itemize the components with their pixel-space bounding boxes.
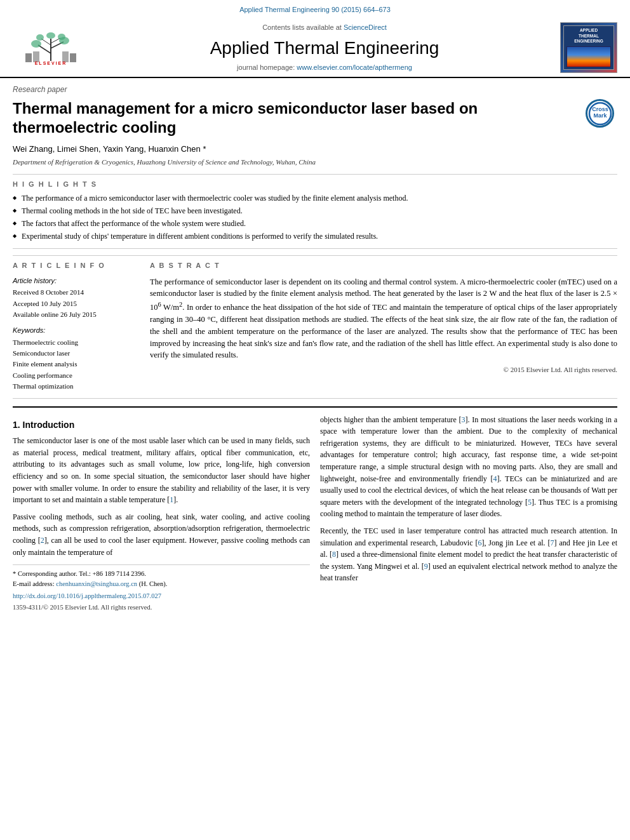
abstract-text: The performance of semiconductor laser i… bbox=[150, 276, 617, 361]
body-divider bbox=[13, 406, 617, 408]
keyword-4: Cooling performance bbox=[13, 371, 140, 380]
email-note: E-mail address: chenhuanxin@tsinghua.org… bbox=[13, 579, 310, 589]
svg-point-6 bbox=[31, 40, 41, 48]
keyword-2: Semiconductor laser bbox=[13, 349, 140, 358]
body-para-2: Passive cooling methods, such as air coo… bbox=[13, 511, 310, 558]
doi-line: http://dx.doi.org/10.1016/j.applthermale… bbox=[13, 592, 310, 601]
ref-5[interactable]: 5 bbox=[528, 498, 532, 507]
journal-title: Applied Thermal Engineering bbox=[89, 36, 560, 60]
journal-homepage: journal homepage: www.elsevier.com/locat… bbox=[89, 63, 560, 72]
body-para-4: Recently, the TEC used in laser temperat… bbox=[320, 525, 617, 584]
paper-title: Thermal management for a micro semicondu… bbox=[13, 99, 579, 137]
highlights-title: H I G H L I G H T S bbox=[13, 180, 617, 189]
authors-line: Wei Zhang, Limei Shen, Yaxin Yang, Huanx… bbox=[13, 143, 617, 155]
email-link[interactable]: chenhuanxin@tsinghua.org.cn bbox=[56, 580, 137, 587]
abstract-column: A B S T R A C T The performance of semic… bbox=[150, 261, 617, 392]
journal-top-bar: Applied Thermal Engineering 90 (2015) 66… bbox=[13, 5, 617, 15]
svg-point-10 bbox=[46, 32, 55, 39]
abstract-label: A B S T R A C T bbox=[150, 261, 617, 270]
journal-citation: Applied Thermal Engineering 90 (2015) 66… bbox=[239, 6, 391, 13]
keyword-3: Finite element analysis bbox=[13, 359, 140, 369]
svg-text:Cross: Cross bbox=[592, 106, 608, 112]
svg-text:ELSEVIER: ELSEVIER bbox=[35, 61, 67, 65]
copyright-notice: © 2015 Elsevier Ltd. All rights reserved… bbox=[150, 365, 617, 375]
homepage-link[interactable]: www.elsevier.com/locate/apthermeng bbox=[297, 63, 412, 71]
ref-7[interactable]: 7 bbox=[551, 538, 554, 547]
footnote-section: * Corresponding author. Tel.: +86 189 71… bbox=[13, 564, 310, 613]
affiliation-line: Department of Refrigeration & Cryogenics… bbox=[13, 157, 617, 167]
crossmark-svg: Cross Mark bbox=[588, 102, 612, 126]
article-info-column: A R T I C L E I N F O Article history: R… bbox=[13, 261, 140, 392]
cover-image: APPLIEDTHERMALENGINEERING bbox=[563, 25, 614, 70]
ref-4[interactable]: 4 bbox=[493, 474, 497, 483]
ref-6[interactable]: 6 bbox=[478, 538, 481, 547]
contents-line: Contents lists available at ScienceDirec… bbox=[89, 23, 560, 32]
ref-8[interactable]: 8 bbox=[332, 550, 336, 559]
paper-type-label: Research paper bbox=[13, 84, 617, 95]
available-date: Available online 26 July 2015 bbox=[13, 310, 140, 319]
body-para-3: objects higher than the ambient temperat… bbox=[320, 414, 617, 520]
body-para-1: The semiconductor laser is one of the mo… bbox=[13, 435, 310, 506]
publisher-logo: ELSEVIER bbox=[13, 29, 89, 66]
article-info-abstract: A R T I C L E I N F O Article history: R… bbox=[13, 255, 617, 398]
svg-rect-14 bbox=[70, 53, 76, 62]
highlight-item-3: The factors that affect the performance … bbox=[13, 218, 617, 229]
doi-link[interactable]: http://dx.doi.org/10.1016/j.applthermale… bbox=[13, 592, 161, 599]
elsevier-logo-svg: ELSEVIER bbox=[19, 29, 83, 66]
keywords-section: Keywords: Thermoelectric cooling Semicon… bbox=[13, 326, 140, 391]
svg-point-9 bbox=[58, 34, 65, 40]
cover-title: APPLIEDTHERMALENGINEERING bbox=[574, 28, 603, 44]
keyword-1: Thermoelectric cooling bbox=[13, 338, 140, 347]
ref-9[interactable]: 9 bbox=[424, 562, 428, 571]
highlight-item-2: Thermal cooling methods in the hot side … bbox=[13, 206, 617, 217]
keyword-5: Thermal optimization bbox=[13, 382, 140, 391]
highlights-section: H I G H L I G H T S The performance of a… bbox=[13, 174, 617, 250]
highlight-item-4: Experimental study of chips' temperature… bbox=[13, 231, 617, 242]
journal-header: Applied Thermal Engineering 90 (2015) 66… bbox=[0, 0, 630, 78]
journal-cover: APPLIEDTHERMALENGINEERING bbox=[560, 22, 617, 73]
paper-body: Research paper Thermal management for a … bbox=[0, 78, 630, 625]
article-history-label: Article history: bbox=[13, 276, 140, 286]
ref-1[interactable]: 1 bbox=[170, 495, 173, 504]
issn-copyright: 1359-4311/© 2015 Elsevier Ltd. All right… bbox=[13, 603, 310, 613]
ref-3[interactable]: 3 bbox=[462, 415, 466, 424]
paper-title-section: Thermal management for a micro semicondu… bbox=[13, 99, 617, 137]
svg-rect-11 bbox=[25, 53, 32, 62]
keywords-label: Keywords: bbox=[13, 326, 140, 335]
crossmark-badge: Cross Mark bbox=[586, 99, 617, 131]
svg-text:Mark: Mark bbox=[593, 112, 607, 119]
corresponding-author-note: * Corresponding author. Tel.: +86 189 71… bbox=[13, 569, 310, 579]
cover-graphic bbox=[566, 46, 611, 68]
body-left-column: 1. Introduction The semiconductor laser … bbox=[13, 414, 310, 613]
article-info-label: A R T I C L E I N F O bbox=[13, 261, 140, 270]
svg-point-8 bbox=[36, 34, 44, 41]
received-date: Received 8 October 2014 bbox=[13, 288, 140, 297]
section1-heading: 1. Introduction bbox=[13, 419, 310, 432]
ref-2[interactable]: 2 bbox=[41, 536, 44, 545]
body-right-column: objects higher than the ambient temperat… bbox=[320, 414, 617, 613]
body-content: 1. Introduction The semiconductor laser … bbox=[13, 414, 617, 613]
crossmark-circle: Cross Mark bbox=[586, 99, 614, 128]
journal-center: Contents lists available at ScienceDirec… bbox=[89, 23, 560, 72]
accepted-date: Accepted 10 July 2015 bbox=[13, 299, 140, 309]
highlight-item-1: The performance of a micro semiconductor… bbox=[13, 193, 617, 204]
sciencedirect-link[interactable]: ScienceDirect bbox=[344, 23, 387, 31]
journal-main-header: ELSEVIER Contents lists available at Sci… bbox=[13, 18, 617, 77]
